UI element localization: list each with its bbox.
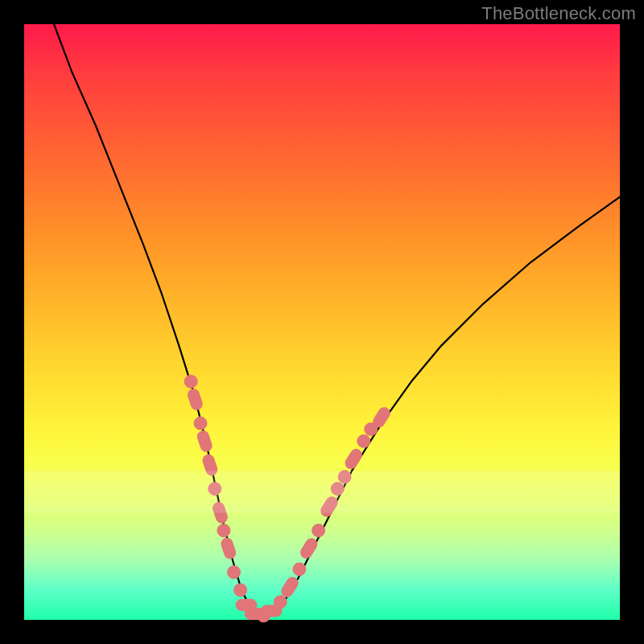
curve-marker [187,388,204,411]
plot-area [24,24,620,620]
curve-marker [184,375,197,388]
bottleneck-curve [54,24,620,617]
curve-marker [312,524,325,537]
curve-marker [319,495,340,518]
curve-marker [234,584,247,597]
curve-marker [338,470,351,483]
curve-marker [208,482,221,495]
curve-marker [357,435,370,448]
curve-marker [194,417,207,430]
curve-marker [228,566,241,579]
curve-marker [299,536,320,559]
curve-marker [220,537,237,560]
curve-marker [196,429,213,452]
curve-marker [201,453,218,477]
curve-marker [293,563,306,576]
curve-svg [24,24,620,620]
chart-frame: TheBottleneck.com [0,0,644,644]
watermark-text: TheBottleneck.com [481,3,636,24]
curve-marker [274,596,287,609]
curve-marker [343,447,364,470]
curve-marker [331,482,344,495]
curve-marker [212,501,229,524]
curve-markers [184,375,392,622]
curve-marker [217,524,230,537]
